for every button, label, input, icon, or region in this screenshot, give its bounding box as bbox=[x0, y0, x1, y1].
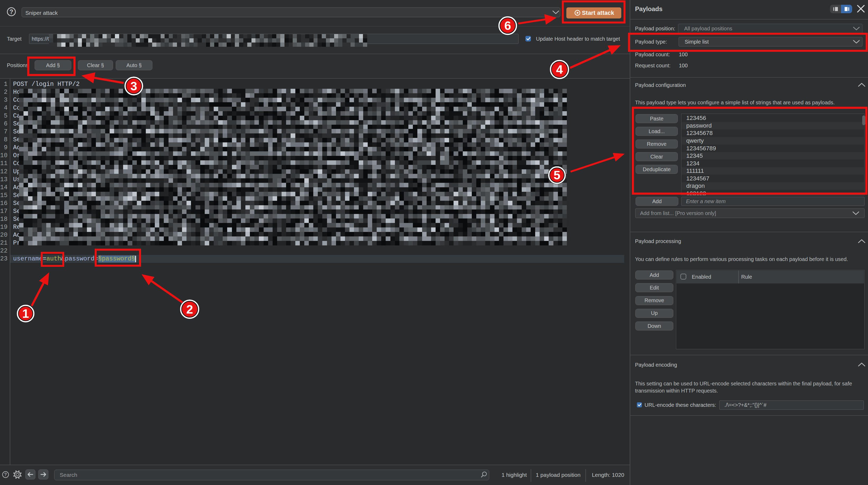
svg-text:4: 4 bbox=[556, 63, 563, 77]
svg-text:2: 2 bbox=[186, 302, 193, 316]
svg-text:1: 1 bbox=[22, 307, 29, 321]
svg-text:5: 5 bbox=[554, 168, 561, 182]
svg-text:3: 3 bbox=[130, 79, 137, 93]
svg-text:6: 6 bbox=[504, 19, 511, 32]
